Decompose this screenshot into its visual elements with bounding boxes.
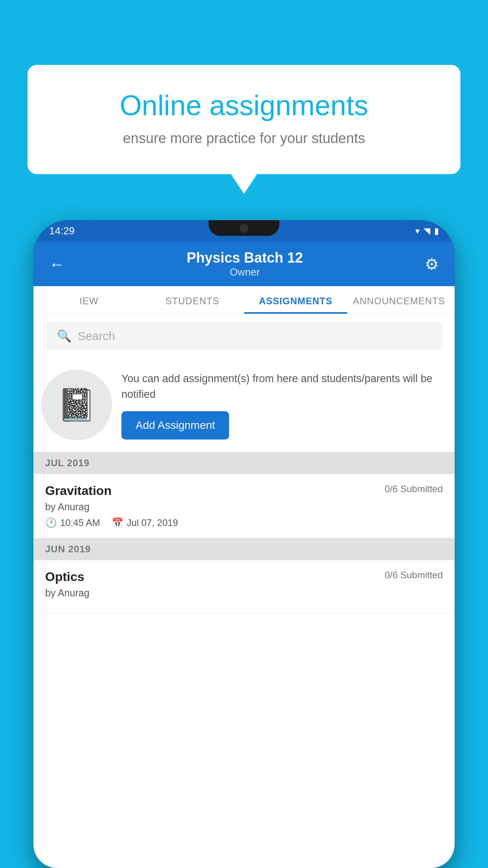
bubble-subtitle: ensure more practice for your students <box>55 130 433 147</box>
settings-icon[interactable]: ⚙ <box>425 255 439 273</box>
page-subtitle: Owner <box>187 266 303 278</box>
search-input[interactable]: Search <box>78 329 115 343</box>
header-title-block: Physics Batch 12 Owner <box>187 250 303 278</box>
notebook-icon: 📓 <box>57 386 96 423</box>
promo-icon-circle: 📓 <box>41 370 112 440</box>
optics-name: Optics <box>45 570 84 584</box>
screen-content: 🔍 Search 📓 You can add assignment(s) fro… <box>33 314 455 868</box>
battery-icon: ▮ <box>434 226 439 236</box>
section-jul-2019: JUL 2019 <box>33 452 455 474</box>
assignment-name: Gravitation <box>45 484 112 498</box>
search-icon: 🔍 <box>57 329 72 343</box>
bubble-title: Online assignments <box>55 88 433 122</box>
meta-time: 🕐 10:45 AM <box>45 517 100 528</box>
assignment-gravitation[interactable]: Gravitation 0/6 Submitted by Anurag 🕐 10… <box>33 474 455 538</box>
back-button[interactable]: ← <box>49 256 65 272</box>
status-icons: ▾ ◥ ▮ <box>415 226 439 236</box>
phone-notch <box>209 220 279 236</box>
meta-date: 📅 Jul 07, 2019 <box>112 517 178 528</box>
clock-icon: 🕐 <box>45 517 57 528</box>
assignment-time: 10:45 AM <box>60 517 100 528</box>
assignment-optics[interactable]: Optics 0/6 Submitted by Anurag <box>33 560 455 613</box>
optics-submitted: 0/6 Submitted <box>385 570 443 581</box>
calendar-icon: 📅 <box>112 517 123 528</box>
section-jun-2019: JUN 2019 <box>33 538 455 560</box>
signal-icon: ◥ <box>424 226 430 236</box>
assignment-meta: 🕐 10:45 AM 📅 Jul 07, 2019 <box>45 517 443 528</box>
assignment-item-header: Gravitation 0/6 Submitted <box>45 484 443 498</box>
page-title: Physics Batch 12 <box>187 250 303 266</box>
search-bar[interactable]: 🔍 Search <box>45 322 443 350</box>
promo-description: You can add assignment(s) from here and … <box>121 371 443 403</box>
add-assignment-promo: 📓 You can add assignment(s) from here an… <box>33 358 455 452</box>
wifi-icon: ▾ <box>415 226 420 236</box>
status-time: 14:29 <box>49 225 75 237</box>
optics-by: by Anurag <box>45 587 443 599</box>
promo-text-block: You can add assignment(s) from here and … <box>121 371 443 440</box>
speech-bubble: Online assignments ensure more practice … <box>28 65 460 174</box>
phone-frame: 14:29 ▾ ◥ ▮ ← Physics Batch 12 Owner ⚙ I… <box>33 220 455 868</box>
tab-assignments[interactable]: ASSIGNMENTS <box>244 286 347 314</box>
camera <box>240 224 248 233</box>
tab-students[interactable]: STUDENTS <box>141 286 244 314</box>
assignment-submitted: 0/6 Submitted <box>385 484 443 495</box>
assignment-by: by Anurag <box>45 501 443 513</box>
add-assignment-button[interactable]: Add Assignment <box>121 411 229 440</box>
tabs-bar: IEW STUDENTS ASSIGNMENTS ANNOUNCEMENTS <box>33 286 455 314</box>
app-header: ← Physics Batch 12 Owner ⚙ <box>33 242 455 286</box>
assignment-optics-header: Optics 0/6 Submitted <box>45 570 443 584</box>
tab-iew[interactable]: IEW <box>37 286 141 314</box>
assignment-date: Jul 07, 2019 <box>127 517 178 528</box>
search-container: 🔍 Search <box>33 314 455 358</box>
tab-announcements[interactable]: ANNOUNCEMENTS <box>347 286 451 314</box>
